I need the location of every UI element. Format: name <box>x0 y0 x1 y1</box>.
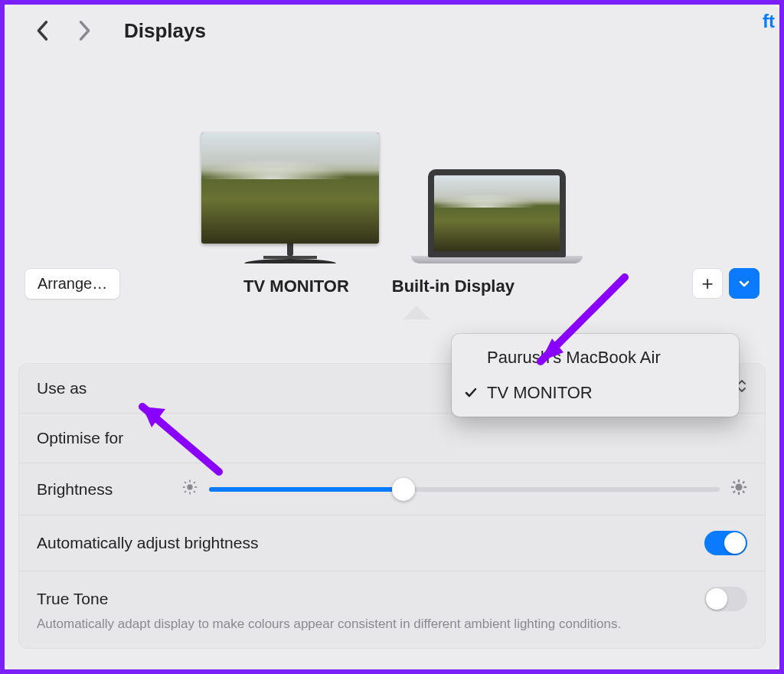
selected-display-indicator <box>403 306 430 319</box>
true-tone-description: Automatically adapt display to make colo… <box>37 616 621 633</box>
brightness-max-icon <box>730 479 747 499</box>
display-options-dropdown[interactable] <box>729 268 760 299</box>
true-tone-row: True Tone Automatically adapt display to… <box>18 571 766 649</box>
chevron-down-icon <box>738 277 750 290</box>
optimise-option-label: TV MONITOR <box>487 383 593 403</box>
svg-line-17 <box>743 482 744 483</box>
background-text-fragment: ft <box>763 11 775 32</box>
true-tone-toggle[interactable] <box>704 587 747 611</box>
optimise-for-label: Optimise for <box>37 429 123 447</box>
page-title: Displays <box>124 19 206 43</box>
optimise-option-tv[interactable]: TV MONITOR <box>452 375 739 411</box>
toolbar: Displays <box>5 5 779 57</box>
auto-brightness-toggle[interactable] <box>704 531 747 555</box>
display-label-tv[interactable]: TV MONITOR <box>243 276 349 296</box>
settings-window: ft Displays Arrange… TV MONITOR Built <box>5 5 779 669</box>
svg-line-6 <box>194 491 195 492</box>
brightness-slider[interactable] <box>209 487 720 492</box>
forward-button[interactable] <box>70 17 98 44</box>
svg-line-14 <box>733 482 735 483</box>
svg-line-7 <box>185 491 186 492</box>
auto-brightness-label: Automatically adjust brightness <box>37 534 258 552</box>
display-label-builtin[interactable]: Built-in Display <box>392 276 514 296</box>
plus-icon: + <box>701 272 713 296</box>
annotation-arrow <box>510 270 632 380</box>
display-labels: TV MONITOR Built-in Display <box>270 276 514 296</box>
display-preview-area <box>5 57 779 263</box>
svg-point-9 <box>735 483 742 490</box>
display-thumbnail-tv[interactable] <box>201 133 379 263</box>
annotation-arrow <box>127 395 234 490</box>
brightness-label: Brightness <box>37 480 113 499</box>
display-picker-bar: Arrange… TV MONITOR Built-in Display + <box>5 263 779 309</box>
auto-brightness-row: Automatically adjust brightness <box>18 515 766 571</box>
svg-line-15 <box>743 491 744 492</box>
display-thumbnail-builtin[interactable] <box>411 169 583 263</box>
arrange-button[interactable]: Arrange… <box>24 268 120 299</box>
checkmark-icon <box>462 349 479 366</box>
svg-line-16 <box>733 491 735 492</box>
chevron-left-icon <box>36 20 50 41</box>
back-button[interactable] <box>29 17 57 44</box>
nav-buttons <box>29 17 98 44</box>
checkmark-icon <box>462 384 479 401</box>
use-as-label: Use as <box>37 379 87 398</box>
add-display-button[interactable]: + <box>692 268 723 299</box>
true-tone-label: True Tone <box>37 590 108 608</box>
chevron-right-icon <box>77 20 91 41</box>
